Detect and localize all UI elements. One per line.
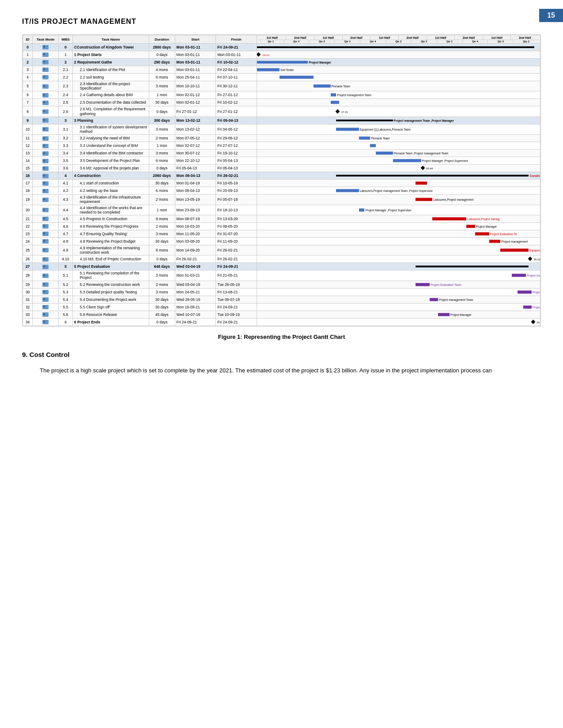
- cell-gantt: Labourers,Project management: [257, 195, 540, 205]
- cell-id: 11: [23, 135, 33, 142]
- cell-id: 2: [23, 59, 33, 66]
- cell-wbs: 1: [59, 51, 73, 59]
- cell-wbs: 3.2: [59, 135, 73, 142]
- cell-gantt: Pinnacle Team: [257, 81, 540, 91]
- table-row: 9 3 3 Planning 300 days Mon 13-02-12 Fri…: [23, 116, 540, 124]
- cell-task-mode: [33, 66, 59, 74]
- cell-duration: 0 days: [149, 51, 175, 59]
- cell-gantt: 24.09: [257, 318, 540, 326]
- cell-id: 30: [23, 288, 33, 296]
- cell-finish: Fri 05-04-13: [216, 157, 257, 165]
- cell-id: 4: [23, 74, 33, 81]
- cell-taskname: 4.2 setting up the base: [72, 187, 149, 195]
- cell-finish: Fri 29-06-12: [216, 135, 257, 142]
- cell-gantt: Pinnacle Team: [257, 135, 540, 142]
- cell-id: 31: [23, 296, 33, 303]
- cell-duration: 6 mons: [149, 187, 175, 195]
- cell-finish: Fri 19-10-12: [216, 150, 257, 157]
- cell-taskname: 3.3 Understand the concept of BIM: [72, 142, 149, 150]
- cell-wbs: 3.3: [59, 142, 73, 150]
- cell-id: 24: [23, 237, 33, 245]
- cell-task-mode: [33, 172, 59, 180]
- cell-wbs: 4.3: [59, 195, 73, 205]
- cell-taskname: 2.5 Documentation of the data collected: [72, 99, 149, 106]
- cell-task-mode: [33, 255, 59, 263]
- cell-gantt: Project Ma: [257, 303, 540, 311]
- cell-taskname: 5.6 Resource Release: [72, 311, 149, 318]
- cell-start: Mon 16-03-20: [175, 222, 216, 230]
- cell-finish: Fri 24-09-21: [216, 303, 257, 311]
- cell-id: 1: [23, 51, 33, 59]
- table-row: 4 2.2 2.2 soil testing 6 mons Mon 25-04-…: [23, 74, 540, 81]
- cell-start: Mon 13-02-12: [175, 124, 216, 134]
- cell-start: Mon 03-08-20: [175, 237, 216, 245]
- table-row: 30 5.3 5.3 Detailed project quality Test…: [23, 288, 540, 296]
- cell-taskname: 3.6 M2: Approval of the projets plan: [72, 165, 149, 172]
- cell-taskname: 4.8 Reviewing the Project Budget: [72, 237, 149, 245]
- cell-task-mode: [33, 237, 59, 245]
- cell-id: 28: [23, 270, 33, 281]
- cell-id: 5: [23, 81, 33, 91]
- cell-wbs: 3.6: [59, 165, 73, 172]
- cell-duration: 30 days: [149, 303, 175, 311]
- cell-taskname: 4.1 start of construction: [72, 180, 149, 187]
- gantt-chart-wrapper: ID Task Mode WBS Task Name Duration Star…: [22, 34, 541, 326]
- cell-start: Mon 02-07-12: [175, 142, 216, 150]
- cell-task-mode: [33, 157, 59, 165]
- cell-taskname: 5.4 Documenting the Project work: [72, 296, 149, 303]
- cell-finish: Fri 18-10-13: [216, 205, 257, 215]
- cell-finish: Tue 10-09-19: [216, 311, 257, 318]
- header-start: Start: [175, 35, 216, 44]
- cell-wbs: 3: [59, 116, 73, 124]
- table-row: 11 3.2 3.2 Analysing the need of BIM 2 m…: [23, 135, 540, 142]
- cell-finish: Fri 13-08-21: [216, 288, 257, 296]
- cell-start: Mon 03-01-11: [175, 59, 216, 66]
- cell-duration: 2 mons: [149, 281, 175, 288]
- cell-start: Mon 01-04-19: [175, 180, 216, 187]
- table-row: 21 4.5 4.5 Progress in Construction 9 mo…: [23, 215, 540, 222]
- cell-taskname: 4.5 Progress in Construction: [72, 215, 149, 222]
- page-container: 15 IT/IS PROJECT MANAGEMENT ID Task Mode…: [0, 0, 563, 393]
- cell-start: Mon 24-05-21: [175, 288, 216, 296]
- cell-start: Mon 11-05-20: [175, 230, 216, 237]
- cell-gantt: Project management Team: [257, 296, 540, 303]
- cell-finish: Fri 27-07-12: [216, 142, 257, 150]
- cell-wbs: 5: [59, 263, 73, 270]
- cell-task-mode: [33, 150, 59, 157]
- cell-start: Mon 02-01-12: [175, 91, 216, 99]
- table-row: 20 4.4 4.4 Identification of the works t…: [23, 205, 540, 215]
- cell-gantt: 26-02: [257, 255, 540, 263]
- cell-id: 12: [23, 142, 33, 150]
- table-row: 12 3.3 3.3 Understand the concept of BIM…: [23, 142, 540, 150]
- cell-gantt: Equipment [1],Labourers,Pinnacle Team: [257, 124, 540, 134]
- cell-duration: 1 mon: [149, 91, 175, 99]
- cell-task-mode: [33, 165, 59, 172]
- cell-gantt: [257, 99, 540, 106]
- cell-taskname: 2 Requirement Gathe: [72, 59, 149, 66]
- header-taskname: Task Name: [72, 35, 149, 44]
- cell-finish: Fri 27-01-12: [216, 106, 257, 116]
- cell-start: Mon 08-04-13: [175, 187, 216, 195]
- cell-start: Mon 02-01-12: [175, 99, 216, 106]
- cell-duration: 3 mons: [149, 288, 175, 296]
- cell-wbs: 2.5: [59, 99, 73, 106]
- cell-duration: 3 mons: [149, 124, 175, 134]
- cell-task-mode: [33, 318, 59, 326]
- cell-task-mode: [33, 59, 59, 66]
- cell-duration: 0 days: [149, 255, 175, 263]
- cell-task-mode: [33, 270, 59, 281]
- header-wbs: WBS: [59, 35, 73, 44]
- cell-taskname: CConstruction of Kingdom Tower: [72, 44, 149, 51]
- table-row: 24 4.8 4.8 Reviewing the Project Budget …: [23, 237, 540, 245]
- cell-id: 3: [23, 66, 33, 74]
- cell-wbs: 4: [59, 172, 73, 180]
- cell-duration: 2 mons: [149, 195, 175, 205]
- table-row: 2 2 2 Requirement Gathe 290 days Mon 03-…: [23, 59, 540, 66]
- cell-start: Fri 05-04-13: [175, 165, 216, 172]
- table-row: 3 2.1 2.1 Identification of the Plot 4 m…: [23, 66, 540, 74]
- cell-duration: 2 mons: [149, 135, 175, 142]
- cell-gantt: Construction Cost [1],Labourers,\: [257, 172, 540, 180]
- cell-gantt: Project Evaluation Te: [257, 230, 540, 237]
- cell-id: 13: [23, 150, 33, 157]
- table-row: 6 2.4 2.4 Gathering details about BIM 1 …: [23, 91, 540, 99]
